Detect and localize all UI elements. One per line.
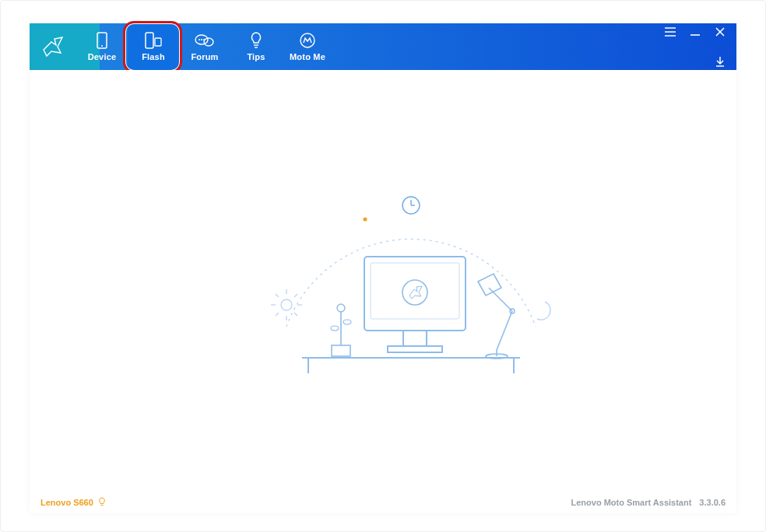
nav-label: Flash (142, 52, 165, 61)
svg-rect-37 (388, 346, 442, 352)
window-controls (665, 23, 730, 70)
svg-point-7 (201, 39, 202, 40)
svg-rect-3 (155, 38, 161, 46)
svg-line-29 (276, 313, 279, 316)
bubbles-icon (195, 32, 215, 49)
phone-sd-icon (144, 32, 163, 49)
top-nav: Device Flash Forum (30, 23, 736, 70)
hummingbird-icon (40, 34, 65, 59)
brand-logo (30, 23, 76, 70)
nav-item-tips[interactable]: Tips (230, 23, 282, 70)
close-icon[interactable] (715, 26, 726, 37)
device-name: Lenovo S660 (40, 498, 93, 507)
status-app-info: Lenovo Moto Smart Assistant 3.3.0.6 (571, 498, 726, 507)
svg-rect-35 (371, 263, 459, 319)
svg-point-42 (331, 326, 339, 331)
svg-line-47 (489, 288, 512, 311)
app-version: 3.3.0.6 (699, 498, 726, 507)
nav-item-flash[interactable]: Flash (128, 23, 179, 70)
svg-point-48 (510, 309, 515, 313)
svg-point-1 (101, 45, 103, 47)
content-area (30, 70, 736, 492)
svg-point-43 (343, 320, 351, 324)
minimize-icon[interactable] (690, 26, 701, 37)
download-icon[interactable] (715, 56, 726, 67)
nav-item-device[interactable]: Device (76, 23, 128, 70)
svg-line-46 (497, 311, 512, 350)
svg-line-28 (294, 294, 297, 297)
nav-label: Device (88, 52, 117, 61)
mo-icon (299, 32, 316, 49)
svg-rect-39 (332, 345, 350, 356)
svg-point-6 (199, 39, 200, 40)
status-device[interactable]: Lenovo S660 (40, 497, 106, 509)
svg-point-41 (337, 304, 345, 312)
app-name: Lenovo Moto Smart Assistant (571, 498, 692, 507)
nav-item-motome[interactable]: Moto Me (282, 23, 333, 70)
svg-point-38 (402, 280, 427, 305)
phone-icon (96, 32, 108, 49)
nav-label: Tips (247, 52, 265, 61)
svg-point-21 (364, 218, 367, 222)
menu-icon[interactable] (665, 26, 676, 37)
svg-line-30 (294, 313, 297, 316)
svg-rect-36 (403, 331, 427, 346)
bulb-icon (249, 32, 263, 49)
svg-rect-2 (146, 33, 153, 48)
svg-line-27 (276, 294, 279, 297)
svg-point-45 (486, 354, 508, 359)
nav-label: Forum (191, 52, 218, 61)
svg-rect-34 (364, 257, 466, 331)
bulb-outline-icon (98, 497, 106, 509)
app-window: Device Flash Forum (30, 23, 736, 513)
svg-point-8 (203, 39, 205, 40)
svg-point-5 (204, 38, 213, 46)
svg-point-22 (281, 299, 292, 310)
waiting-illustration (263, 194, 559, 397)
status-bar: Lenovo S660 Lenovo Moto Smart Assistant … (30, 492, 736, 513)
nav-label: Moto Me (290, 52, 325, 61)
svg-point-18 (402, 197, 420, 214)
nav-item-forum[interactable]: Forum (179, 23, 230, 70)
